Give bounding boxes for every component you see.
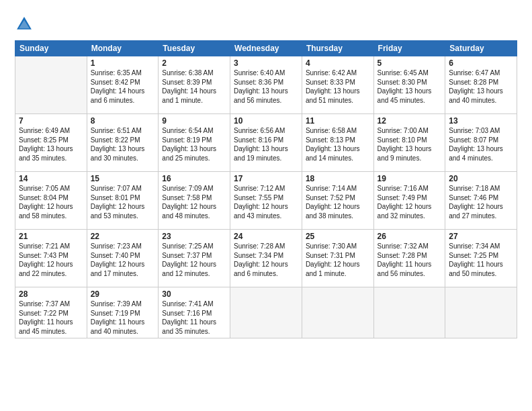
calendar-cell: [373, 287, 445, 338]
week-row-2: 7Sunrise: 6:49 AM Sunset: 8:25 PM Daylig…: [15, 114, 517, 172]
day-number: 11: [306, 116, 370, 126]
day-number: 26: [378, 232, 442, 241]
day-info: Sunrise: 6:49 AM Sunset: 8:25 PM Dayligh…: [19, 126, 83, 163]
day-info: Sunrise: 7:12 AM Sunset: 7:55 PM Dayligh…: [234, 184, 298, 220]
day-number: 8: [91, 116, 155, 126]
calendar-cell: 10Sunrise: 6:56 AM Sunset: 8:16 PM Dayli…: [230, 114, 302, 172]
week-row-3: 14Sunrise: 7:05 AM Sunset: 8:04 PM Dayli…: [15, 172, 517, 230]
calendar-cell: 30Sunrise: 7:41 AM Sunset: 7:16 PM Dayli…: [159, 287, 230, 338]
day-info: Sunrise: 6:35 AM Sunset: 8:42 PM Dayligh…: [91, 68, 155, 105]
calendar-cell: 11Sunrise: 6:58 AM Sunset: 8:13 PM Dayli…: [302, 114, 373, 172]
day-number: 20: [449, 174, 513, 183]
day-info: Sunrise: 7:05 AM Sunset: 8:04 PM Dayligh…: [19, 184, 83, 220]
calendar-cell: 18Sunrise: 7:14 AM Sunset: 7:52 PM Dayli…: [302, 172, 373, 230]
calendar-cell: 3Sunrise: 6:40 AM Sunset: 8:36 PM Daylig…: [230, 56, 302, 114]
calendar-cell: [230, 287, 302, 338]
weekday-header-tuesday: Tuesday: [159, 41, 230, 56]
calendar-cell: 25Sunrise: 7:30 AM Sunset: 7:31 PM Dayli…: [302, 230, 373, 287]
page: SundayMondayTuesdayWednesdayThursdayFrid…: [0, 0, 532, 411]
day-number: 15: [91, 174, 155, 183]
calendar-cell: 9Sunrise: 6:54 AM Sunset: 8:19 PM Daylig…: [159, 114, 230, 172]
calendar-cell: 23Sunrise: 7:25 AM Sunset: 7:37 PM Dayli…: [159, 230, 230, 287]
day-number: 18: [306, 174, 370, 183]
week-row-1: 1Sunrise: 6:35 AM Sunset: 8:42 PM Daylig…: [15, 56, 517, 114]
calendar-table: SundayMondayTuesdayWednesdayThursdayFrid…: [15, 40, 517, 338]
calendar-cell: 7Sunrise: 6:49 AM Sunset: 8:25 PM Daylig…: [15, 114, 87, 172]
day-number: 17: [234, 174, 298, 183]
calendar-cell: 24Sunrise: 7:28 AM Sunset: 7:34 PM Dayli…: [230, 230, 302, 287]
day-info: Sunrise: 7:14 AM Sunset: 7:52 PM Dayligh…: [306, 184, 370, 220]
weekday-header-sunday: Sunday: [15, 41, 87, 56]
calendar-cell: 2Sunrise: 6:38 AM Sunset: 8:39 PM Daylig…: [159, 56, 230, 114]
day-info: Sunrise: 6:42 AM Sunset: 8:33 PM Dayligh…: [306, 68, 370, 105]
day-number: 6: [449, 58, 513, 68]
calendar-cell: 17Sunrise: 7:12 AM Sunset: 7:55 PM Dayli…: [230, 172, 302, 230]
day-info: Sunrise: 6:47 AM Sunset: 8:28 PM Dayligh…: [449, 68, 513, 105]
day-number: 13: [449, 116, 513, 126]
weekday-header-wednesday: Wednesday: [230, 41, 302, 56]
weekday-header-thursday: Thursday: [302, 41, 373, 56]
day-number: 10: [234, 116, 298, 126]
day-number: 2: [162, 58, 226, 68]
day-info: Sunrise: 6:45 AM Sunset: 8:30 PM Dayligh…: [378, 68, 442, 105]
day-number: 4: [306, 58, 370, 68]
calendar-cell: 6Sunrise: 6:47 AM Sunset: 8:28 PM Daylig…: [445, 56, 517, 114]
day-info: Sunrise: 7:23 AM Sunset: 7:40 PM Dayligh…: [91, 242, 155, 278]
week-row-5: 28Sunrise: 7:37 AM Sunset: 7:22 PM Dayli…: [15, 287, 517, 338]
day-info: Sunrise: 7:34 AM Sunset: 7:25 PM Dayligh…: [449, 242, 513, 278]
day-info: Sunrise: 7:37 AM Sunset: 7:22 PM Dayligh…: [19, 300, 83, 336]
day-number: 28: [19, 289, 83, 299]
calendar-cell: 15Sunrise: 7:07 AM Sunset: 8:01 PM Dayli…: [87, 172, 159, 230]
day-info: Sunrise: 7:30 AM Sunset: 7:31 PM Dayligh…: [306, 242, 370, 278]
day-number: 21: [19, 232, 83, 241]
calendar-cell: 21Sunrise: 7:21 AM Sunset: 7:43 PM Dayli…: [15, 230, 87, 287]
calendar-cell: 13Sunrise: 7:03 AM Sunset: 8:07 PM Dayli…: [445, 114, 517, 172]
day-number: 29: [91, 289, 155, 299]
weekday-header-friday: Friday: [373, 41, 445, 56]
calendar-cell: 1Sunrise: 6:35 AM Sunset: 8:42 PM Daylig…: [87, 56, 159, 114]
calendar-cell: 19Sunrise: 7:16 AM Sunset: 7:49 PM Dayli…: [373, 172, 445, 230]
day-number: 7: [19, 116, 83, 126]
calendar-cell: [302, 287, 373, 338]
calendar-cell: 27Sunrise: 7:34 AM Sunset: 7:25 PM Dayli…: [445, 230, 517, 287]
calendar-cell: 5Sunrise: 6:45 AM Sunset: 8:30 PM Daylig…: [373, 56, 445, 114]
day-info: Sunrise: 6:51 AM Sunset: 8:22 PM Dayligh…: [91, 126, 155, 163]
day-info: Sunrise: 7:32 AM Sunset: 7:28 PM Dayligh…: [378, 242, 442, 278]
day-number: 5: [378, 58, 442, 68]
calendar-cell: 16Sunrise: 7:09 AM Sunset: 7:58 PM Dayli…: [159, 172, 230, 230]
calendar-cell: 28Sunrise: 7:37 AM Sunset: 7:22 PM Dayli…: [15, 287, 87, 338]
day-number: 23: [162, 232, 226, 241]
weekday-header-saturday: Saturday: [445, 41, 517, 56]
calendar-cell: 8Sunrise: 6:51 AM Sunset: 8:22 PM Daylig…: [87, 114, 159, 172]
calendar-cell: [15, 56, 87, 114]
day-info: Sunrise: 6:54 AM Sunset: 8:19 PM Dayligh…: [162, 126, 226, 163]
calendar-cell: [445, 287, 517, 338]
calendar-cell: 12Sunrise: 7:00 AM Sunset: 8:10 PM Dayli…: [373, 114, 445, 172]
day-number: 22: [91, 232, 155, 241]
day-number: 9: [162, 116, 226, 126]
day-number: 3: [234, 58, 298, 68]
calendar-cell: 29Sunrise: 7:39 AM Sunset: 7:19 PM Dayli…: [87, 287, 159, 338]
logo: [15, 15, 36, 34]
day-number: 19: [378, 174, 442, 183]
header: [15, 12, 517, 34]
day-info: Sunrise: 7:03 AM Sunset: 8:07 PM Dayligh…: [449, 126, 513, 163]
day-number: 14: [19, 174, 83, 183]
calendar-cell: 22Sunrise: 7:23 AM Sunset: 7:40 PM Dayli…: [87, 230, 159, 287]
week-row-4: 21Sunrise: 7:21 AM Sunset: 7:43 PM Dayli…: [15, 230, 517, 287]
day-number: 27: [449, 232, 513, 241]
day-number: 12: [378, 116, 442, 126]
day-info: Sunrise: 7:28 AM Sunset: 7:34 PM Dayligh…: [234, 242, 298, 278]
day-number: 24: [234, 232, 298, 241]
day-info: Sunrise: 7:07 AM Sunset: 8:01 PM Dayligh…: [91, 184, 155, 220]
day-info: Sunrise: 7:16 AM Sunset: 7:49 PM Dayligh…: [378, 184, 442, 220]
day-info: Sunrise: 7:25 AM Sunset: 7:37 PM Dayligh…: [162, 242, 226, 278]
day-number: 30: [162, 289, 226, 299]
day-info: Sunrise: 6:38 AM Sunset: 8:39 PM Dayligh…: [162, 68, 226, 105]
day-info: Sunrise: 7:21 AM Sunset: 7:43 PM Dayligh…: [19, 242, 83, 278]
weekday-header-monday: Monday: [87, 41, 159, 56]
calendar-cell: 14Sunrise: 7:05 AM Sunset: 8:04 PM Dayli…: [15, 172, 87, 230]
day-number: 25: [306, 232, 370, 241]
day-number: 1: [91, 58, 155, 68]
logo-icon: [15, 15, 34, 34]
